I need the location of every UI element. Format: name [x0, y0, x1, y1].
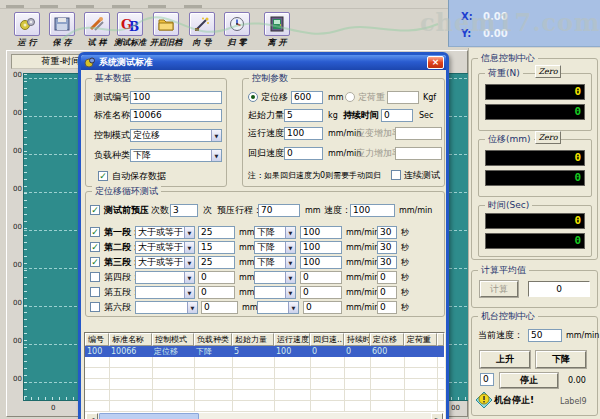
time-display-primary: 0	[485, 213, 585, 229]
segment-5-condition-select[interactable]: ▼	[135, 286, 195, 299]
up-button[interactable]: 上升	[480, 351, 530, 368]
segment-6-value-input[interactable]: 0	[201, 301, 238, 314]
current-speed-unit: mm/min	[566, 329, 599, 342]
test-no-input[interactable]: 100	[130, 91, 222, 104]
chevron-down-icon[interactable]: ▼	[211, 149, 222, 162]
segment-3-speed-input[interactable]: 100	[300, 256, 342, 269]
run-button[interactable]	[14, 12, 40, 36]
wizard-icon	[193, 16, 211, 32]
segment-4-speed-input[interactable]: 0	[300, 271, 342, 284]
save-button[interactable]	[49, 12, 75, 36]
segment-1-value-input[interactable]: 25	[198, 226, 235, 239]
segment-1-direction-select[interactable]: 下降▼	[254, 226, 296, 239]
preload-stroke-unit: mm	[305, 204, 321, 217]
open-file-button[interactable]	[153, 12, 179, 36]
zero-button[interactable]	[224, 12, 250, 36]
stop-button[interactable]: 停止	[500, 373, 558, 388]
segment-4-value-input[interactable]: 0	[198, 271, 235, 284]
segment-1-condition-select[interactable]: 大于或等于▼	[135, 226, 195, 239]
force-radio[interactable]	[345, 92, 355, 102]
test-standard-button[interactable]: GB	[117, 12, 143, 36]
strain-rate-input[interactable]	[395, 127, 442, 140]
segment-3-checkbox[interactable]	[90, 257, 100, 267]
load-group: 荷重(N) Zero 0 0	[478, 73, 592, 131]
stress-rate-input[interactable]	[395, 147, 442, 160]
close-icon[interactable]: ×	[427, 56, 444, 69]
segment-1-speed-input[interactable]: 100	[300, 226, 342, 239]
segment-6-checkbox[interactable]	[90, 302, 100, 312]
segment-2-time-input[interactable]: 30	[377, 241, 397, 254]
machine-status-text: 机台停止!	[494, 394, 534, 407]
scroll-left-icon[interactable]: ◄	[86, 413, 98, 419]
open-file-icon	[157, 16, 175, 32]
system-test-standard-dialog: 系统测试标准 × 基本数据 测试编号 100 标准名称 10066 控制模式 定…	[78, 52, 449, 419]
segment-4-checkbox[interactable]	[90, 272, 100, 282]
cycle-test-title: 定位移循环测试	[92, 186, 161, 196]
std-name-input[interactable]: 10066	[130, 109, 222, 122]
segment-4-condition-select[interactable]: ▼	[135, 271, 195, 284]
segment-6-time-input[interactable]: 0	[377, 301, 397, 314]
force-value-input[interactable]	[387, 91, 419, 104]
load-kind-select[interactable]: 下降▼	[130, 149, 222, 162]
segment-4-direction-select[interactable]: ▼	[254, 271, 296, 284]
table-row[interactable]: 100 10066 定位移 下降 5 100 0 0 600	[85, 346, 444, 357]
y-axis-tick: 00	[9, 337, 22, 345]
segment-1-checkbox[interactable]	[90, 227, 100, 237]
displacement-zero-button[interactable]: Zero	[535, 131, 561, 144]
preload-checkbox[interactable]	[90, 205, 100, 215]
segment-5-time-input[interactable]: 0	[377, 286, 397, 299]
y-label: Y:	[461, 28, 471, 39]
segment-4-time-input[interactable]: 0	[377, 271, 397, 284]
chevron-down-icon[interactable]: ▼	[211, 129, 222, 142]
preload-count-input[interactable]: 3	[170, 204, 198, 217]
position-radio[interactable]	[248, 92, 258, 102]
displacement-group: 位移(mm) Zero 0 0	[478, 139, 592, 197]
position-value-input[interactable]: 600	[291, 91, 323, 104]
segment-5-checkbox[interactable]	[90, 287, 100, 297]
calculate-button[interactable]: 计算	[480, 281, 518, 297]
info-control-center-group: 信息控制中心 荷重(N) Zero 0 0 位移(mm) Zero 0 0 时间…	[471, 58, 598, 260]
preload-speed-label: 速度：	[324, 204, 351, 217]
down-button[interactable]: 下降	[536, 351, 586, 368]
load-zero-button[interactable]: Zero	[535, 65, 561, 78]
segment-6-speed-input[interactable]: 0	[303, 301, 342, 314]
save-icon	[53, 16, 71, 32]
exit-button[interactable]	[264, 12, 290, 36]
segment-3-direction-select[interactable]: 下降▼	[254, 256, 296, 269]
scrollbar-thumb[interactable]	[99, 413, 199, 419]
dialog-icon	[84, 57, 95, 68]
current-speed-input[interactable]: 50	[528, 329, 562, 342]
table-horizontal-scrollbar[interactable]: ◄ ►	[86, 413, 443, 419]
segment-6-condition-select[interactable]: ▼	[135, 301, 198, 314]
run-speed-input[interactable]: 100	[284, 127, 323, 140]
autosave-checkbox[interactable]	[98, 171, 108, 181]
segment-2-condition-select[interactable]: 大于或等于▼	[135, 241, 195, 254]
dialog-titlebar[interactable]: 系统测试标准 ×	[81, 55, 446, 70]
segment-5-direction-select[interactable]: ▼	[254, 286, 296, 299]
hold-time-input[interactable]: 0	[381, 109, 413, 122]
segment-3-condition-select[interactable]: 大于或等于▼	[135, 256, 195, 269]
wizard-button[interactable]	[189, 12, 215, 36]
y-axis-tick: 00	[9, 185, 22, 193]
continuous-test-checkbox[interactable]	[391, 170, 401, 180]
segment-3-value-input[interactable]: 25	[198, 256, 235, 269]
preload-stroke-input[interactable]: 70	[258, 204, 300, 217]
segment-2-checkbox[interactable]	[90, 242, 100, 252]
segment-2-value-input[interactable]: 15	[198, 241, 235, 254]
info-control-center-title: 信息控制中心	[478, 53, 538, 63]
return-speed-input[interactable]: 0	[284, 147, 323, 160]
segment-5-speed-input[interactable]: 0	[300, 286, 342, 299]
segment-3-time-input[interactable]: 30	[377, 256, 397, 269]
start-force-input[interactable]: 5	[284, 109, 323, 122]
segment-2-speed-input[interactable]: 100	[300, 241, 342, 254]
segment-5-value-input[interactable]: 0	[198, 286, 235, 299]
segment-1-time-input[interactable]: 30	[377, 226, 397, 239]
force-radio-label: 定荷重	[358, 91, 385, 104]
specimen-button[interactable]	[84, 12, 110, 36]
scroll-right-icon[interactable]: ►	[431, 413, 443, 419]
ctrl-mode-select[interactable]: 定位移▼	[130, 129, 222, 142]
preload-speed-input[interactable]: 100	[350, 204, 395, 217]
segment-6-direction-select[interactable]: ▼	[257, 301, 299, 314]
counter-input[interactable]: 0	[480, 373, 494, 386]
segment-2-direction-select[interactable]: 下降▼	[254, 241, 296, 254]
